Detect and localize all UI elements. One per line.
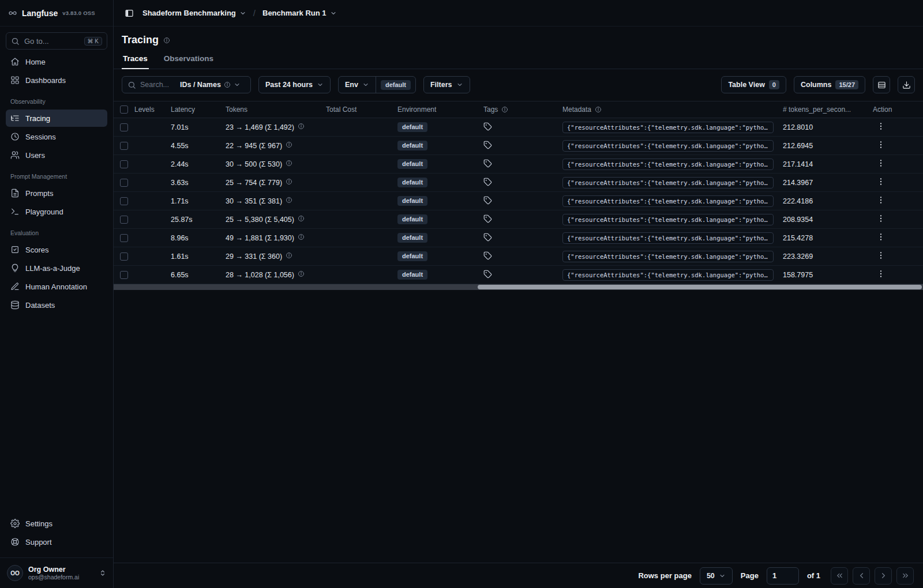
sidebar-item-scores[interactable]: Scores	[6, 241, 107, 258]
column-header-tags[interactable]: Tags	[483, 105, 562, 114]
row-actions-button[interactable]	[873, 177, 923, 188]
table-row[interactable]: 3.63s25 → 754 (Σ 779)default{"resourceAt…	[114, 174, 923, 192]
tab-traces[interactable]: Traces	[122, 53, 149, 69]
previous-page-button[interactable]	[853, 567, 870, 585]
tags-cell[interactable]	[483, 196, 562, 206]
select-all-checkbox[interactable]	[120, 105, 128, 114]
table-row[interactable]: 1.71s30 → 351 (Σ 381)default{"resourceAt…	[114, 192, 923, 210]
search-control[interactable]: IDs / Names	[122, 76, 251, 93]
row-actions-button[interactable]	[873, 195, 923, 206]
info-icon[interactable]	[286, 141, 292, 150]
sidebar-item-human-annotation[interactable]: Human Annotation	[6, 278, 107, 295]
metadata-cell[interactable]: {"resourceAttributes":{"telemetry.sdk.la…	[562, 214, 783, 225]
metadata-cell[interactable]: {"resourceAttributes":{"telemetry.sdk.la…	[562, 232, 783, 244]
table-row[interactable]: 25.87s25 → 5,380 (Σ 5,405)default{"resou…	[114, 210, 923, 229]
tab-observations[interactable]: Observations	[163, 53, 215, 69]
info-icon[interactable]	[286, 197, 292, 205]
metadata-cell[interactable]: {"resourceAttributes":{"telemetry.sdk.la…	[562, 269, 783, 281]
tags-cell[interactable]	[483, 159, 562, 169]
tags-cell[interactable]	[483, 233, 562, 243]
sidebar-item-home[interactable]: Home	[6, 53, 107, 70]
column-header-levels[interactable]: Levels	[134, 105, 171, 114]
row-actions-button[interactable]	[873, 159, 923, 169]
sidebar-item-datasets[interactable]: Datasets	[6, 296, 107, 314]
tags-cell[interactable]	[483, 141, 562, 151]
search-mode-dropdown[interactable]: IDs / Names	[180, 81, 241, 89]
row-actions-button[interactable]	[873, 251, 923, 262]
info-icon[interactable]	[286, 178, 292, 187]
sidebar-item-sessions[interactable]: Sessions	[6, 128, 107, 145]
row-actions-button[interactable]	[873, 232, 923, 243]
sidebar-toggle-button[interactable]	[122, 6, 137, 21]
sidebar-item-users[interactable]: Users	[6, 146, 107, 164]
row-actions-button[interactable]	[873, 122, 923, 133]
row-checkbox[interactable]	[120, 252, 128, 261]
horizontal-scrollbar-thumb[interactable]	[478, 285, 922, 289]
project-breadcrumb[interactable]: Benchmark Run 1	[262, 9, 337, 17]
sidebar-item-support[interactable]: Support	[6, 533, 107, 551]
row-checkbox[interactable]	[120, 142, 128, 150]
tags-cell[interactable]	[483, 270, 562, 280]
tags-cell[interactable]	[483, 214, 562, 225]
column-header-tokens[interactable]: Tokens	[226, 105, 326, 114]
info-icon[interactable]	[298, 123, 305, 131]
sidebar-item-playground[interactable]: Playground	[6, 203, 107, 220]
metadata-cell[interactable]: {"resourceAttributes":{"telemetry.sdk.la…	[562, 159, 783, 170]
columns-button[interactable]: Columns 15/27	[794, 76, 865, 93]
column-header-metadata[interactable]: Metadata	[562, 105, 783, 114]
user-menu[interactable]: OO Org Owner ops@shadeform.ai	[0, 557, 113, 588]
time-range-dropdown[interactable]: Past 24 hours	[258, 76, 331, 93]
metadata-cell[interactable]: {"resourceAttributes":{"telemetry.sdk.la…	[562, 177, 783, 189]
info-icon[interactable]	[286, 160, 292, 168]
metadata-cell[interactable]: {"resourceAttributes":{"telemetry.sdk.la…	[562, 195, 783, 207]
row-height-button[interactable]	[873, 76, 890, 93]
rows-per-page-select[interactable]: 50	[700, 567, 733, 585]
sidebar-item-prompts[interactable]: Prompts	[6, 184, 107, 202]
env-dropdown[interactable]: Env	[339, 77, 376, 93]
info-icon[interactable]	[163, 37, 170, 44]
row-actions-button[interactable]	[873, 214, 923, 225]
row-checkbox[interactable]	[120, 160, 128, 168]
env-value-badge[interactable]: default	[381, 80, 411, 90]
table-view-button[interactable]: Table View 0	[721, 76, 786, 93]
metadata-cell[interactable]: {"resourceAttributes":{"telemetry.sdk.la…	[562, 251, 783, 262]
metadata-cell[interactable]: {"resourceAttributes":{"telemetry.sdk.la…	[562, 122, 783, 133]
info-icon[interactable]	[298, 233, 305, 242]
row-actions-button[interactable]	[873, 269, 923, 280]
sidebar-item-settings[interactable]: Settings	[6, 515, 107, 532]
table-row[interactable]: 8.96s49 → 1,881 (Σ 1,930)default{"resour…	[114, 229, 923, 247]
row-checkbox[interactable]	[120, 216, 128, 224]
page-number-input[interactable]	[767, 567, 799, 585]
first-page-button[interactable]	[831, 567, 848, 585]
sidebar-item-dashboards[interactable]: Dashboards	[6, 71, 107, 89]
column-header-tokens-per-second[interactable]: # tokens_per_secon...	[783, 105, 873, 114]
column-header-latency[interactable]: Latency	[171, 105, 226, 114]
horizontal-scrollbar-track[interactable]	[114, 284, 923, 290]
table-row[interactable]: 1.61s29 → 331 (Σ 360)default{"resourceAt…	[114, 247, 923, 266]
sidebar-item-llm-as-a-judge[interactable]: LLM-as-a-Judge	[6, 259, 107, 277]
info-icon[interactable]	[298, 215, 305, 224]
row-checkbox[interactable]	[120, 123, 128, 131]
tags-cell[interactable]	[483, 178, 562, 188]
table-row[interactable]: 2.44s30 → 500 (Σ 530)default{"resourceAt…	[114, 155, 923, 174]
row-checkbox[interactable]	[120, 234, 128, 242]
row-actions-button[interactable]	[873, 140, 923, 151]
info-icon[interactable]	[298, 270, 305, 279]
metadata-cell[interactable]: {"resourceAttributes":{"telemetry.sdk.la…	[562, 140, 783, 152]
sidebar-item-tracing[interactable]: Tracing	[6, 110, 107, 127]
column-header-total-cost[interactable]: Total Cost	[326, 105, 397, 114]
last-page-button[interactable]	[896, 567, 914, 585]
info-icon[interactable]	[286, 252, 292, 261]
filters-dropdown[interactable]: Filters	[423, 76, 470, 93]
row-checkbox[interactable]	[120, 197, 128, 205]
table-row[interactable]: 4.55s22 → 945 (Σ 967)default{"resourceAt…	[114, 137, 923, 155]
table-row[interactable]: 6.65s28 → 1,028 (Σ 1,056)default{"resour…	[114, 266, 923, 284]
row-checkbox[interactable]	[120, 271, 128, 279]
export-button[interactable]	[898, 76, 915, 93]
tags-cell[interactable]	[483, 122, 562, 133]
table-row[interactable]: 7.01s23 → 1,469 (Σ 1,492)default{"resour…	[114, 118, 923, 137]
column-header-environment[interactable]: Environment	[397, 105, 483, 114]
goto-search[interactable]: Go to... ⌘ K	[6, 32, 107, 50]
row-checkbox[interactable]	[120, 179, 128, 187]
tags-cell[interactable]	[483, 251, 562, 262]
